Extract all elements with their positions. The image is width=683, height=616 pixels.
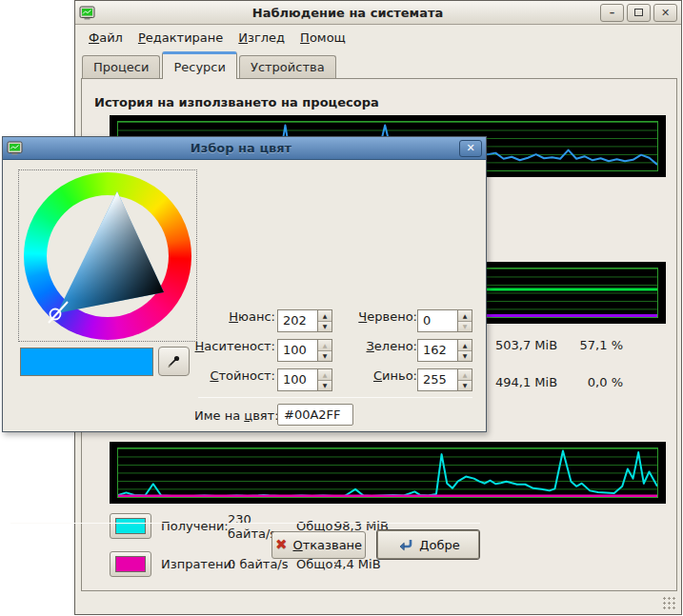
blue-spin-down-icon[interactable]: ▼ (458, 381, 472, 391)
hue-label: Нюанс: (60, 309, 275, 324)
red-spin-down-icon[interactable]: ▼ (458, 322, 472, 332)
dialog-close-button[interactable]: ✕ (459, 140, 482, 157)
received-label: Получени: (161, 513, 228, 539)
tab-devices[interactable]: Устройства (239, 55, 336, 79)
ok-button[interactable]: Добре (376, 529, 480, 560)
swap-used-percent: 0,0 % (588, 375, 623, 389)
cpu-history-title: История на използването на процесора (94, 95, 379, 109)
green-spin-down-icon[interactable]: ▼ (458, 351, 472, 362)
fields-separator (198, 397, 472, 398)
tab-resources[interactable]: Ресурси (162, 51, 237, 79)
memory-usage-row: 503,7 MiB 57,1 % (495, 338, 623, 352)
green-spinbox[interactable]: 162 ▲▼ (417, 339, 472, 362)
maximize-icon (634, 9, 643, 16)
dialog-title: Избор на цвят (23, 141, 459, 155)
green-spin-up-icon[interactable]: ▲ (458, 340, 472, 351)
blue-spinbox[interactable]: 255 ▲▼ (417, 368, 472, 391)
dialog-titlebar[interactable]: Избор на цвят ✕ (3, 137, 486, 160)
color-picker-dialog: Избор на цвят ✕ (2, 136, 487, 432)
main-titlebar[interactable]: Наблюдение на системата – ✕ (75, 1, 681, 25)
sent-color-button[interactable] (110, 551, 151, 577)
menubar: Файл Редактиране Изглед Помощ (76, 26, 680, 49)
series-received (118, 451, 657, 496)
menu-view[interactable]: Изглед (231, 29, 291, 47)
green-label: Зелено: (308, 339, 417, 353)
tab-processes[interactable]: Процеси (82, 55, 160, 79)
ok-label: Добре (419, 538, 459, 552)
eyedropper-button[interactable] (158, 347, 190, 376)
cancel-x-icon: ✖ (275, 538, 288, 552)
memory-used-percent: 57,1 % (580, 338, 623, 352)
system-monitor-icon (79, 6, 95, 20)
statusbar (76, 591, 680, 613)
cancel-label: Отказване (292, 538, 362, 552)
swap-usage-row: 494,1 MiB 0,0 % (495, 375, 623, 389)
color-preview-swatch (20, 348, 153, 376)
network-history-chart (110, 442, 666, 504)
eyedropper-icon (166, 353, 182, 369)
red-label: Червено: (308, 309, 417, 324)
cancel-button[interactable]: ✖ Отказване (271, 531, 366, 559)
red-spinbox[interactable]: 0 ▲▼ (417, 309, 472, 332)
blue-value[interactable]: 255 (418, 369, 457, 390)
color-name-input[interactable]: #00A2FF (277, 404, 353, 426)
red-value[interactable]: 0 (418, 310, 457, 331)
sent-label: Изпратени: (161, 551, 228, 577)
received-color-swatch (115, 518, 146, 534)
maximize-button[interactable] (627, 4, 651, 22)
window-title: Наблюдение на системата (95, 6, 600, 20)
minimize-button[interactable]: – (600, 4, 624, 22)
color-name-label: Име на цвят: (194, 408, 279, 423)
menu-file[interactable]: Файл (82, 29, 130, 47)
swap-used-value: 494,1 MiB (495, 375, 557, 389)
tabstrip: Процеси Ресурси Устройства (82, 52, 338, 79)
blue-label: Синьо: (308, 368, 417, 383)
menu-help[interactable]: Помощ (293, 29, 352, 47)
sent-color-swatch (115, 556, 146, 572)
green-value[interactable]: 162 (418, 340, 457, 361)
blue-spin-up-icon[interactable]: ▲ (458, 369, 472, 381)
resize-grip[interactable] (662, 596, 676, 610)
screen: Наблюдение на системата – ✕ Файл Редакти… (0, 0, 683, 616)
dialog-icon (7, 141, 23, 155)
memory-used-value: 503,7 MiB (495, 338, 557, 352)
close-button[interactable]: ✕ (653, 4, 677, 22)
buttons-separator (10, 523, 480, 524)
red-spin-up-icon[interactable]: ▲ (458, 310, 472, 322)
ok-enter-icon (396, 538, 413, 552)
received-color-button[interactable] (110, 513, 151, 539)
menu-edit[interactable]: Редактиране (131, 29, 230, 47)
